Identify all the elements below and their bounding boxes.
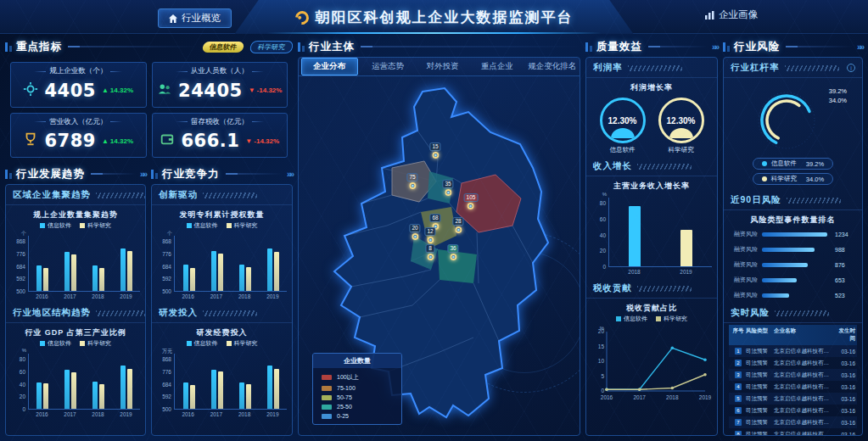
bar xyxy=(246,384,251,409)
row-index: 5 xyxy=(731,395,746,402)
more-arrows[interactable]: »» xyxy=(857,42,863,52)
x-axis-labels: 2016201720182019 xyxy=(174,293,287,299)
leverage-legend-item[interactable]: 科学研究34.0% xyxy=(753,173,833,185)
table-row[interactable]: 3司法预警北京启信卓越科技有限公司03-16 xyxy=(729,369,857,381)
tab-bar: 企业分布运营态势对外投资重点企业规企变化排名 xyxy=(299,58,580,76)
legend-label: 75-100 xyxy=(337,385,356,391)
page-title-text: 朝阳区科创规上企业大数据监测平台 xyxy=(316,8,574,27)
bar xyxy=(64,252,70,291)
legend-label: 科学研究 xyxy=(234,339,258,348)
bar xyxy=(120,248,126,291)
hatch-decoration xyxy=(96,193,146,198)
legend-label: 信息软件 xyxy=(624,315,647,323)
more-arrows[interactable]: »» xyxy=(712,42,718,52)
row-index: 4 xyxy=(731,383,746,390)
risk-bar xyxy=(762,293,789,298)
y-axis: 868776684592500 xyxy=(11,238,28,294)
marker-count-tag: 28 xyxy=(452,217,463,226)
gauge-wave xyxy=(669,128,693,138)
more-arrows[interactable]: »» xyxy=(287,170,293,179)
stat-card[interactable]: 规上企业数（个）4405▲14.32% xyxy=(10,62,147,108)
legend-item: 信息软件 xyxy=(187,221,218,230)
map-marker[interactable]: 12 xyxy=(424,227,435,243)
company-name-cell: 北京启信卓越科技有限公司 xyxy=(774,419,834,427)
wallet-icon xyxy=(160,131,175,150)
nav-industry-overview[interactable]: 行业概览 xyxy=(158,8,232,28)
tab-3[interactable]: 对外投资 xyxy=(415,59,470,75)
map-marker[interactable]: 75 xyxy=(406,173,417,189)
map-marker[interactable]: 15 xyxy=(429,142,440,159)
bar-group xyxy=(64,354,76,409)
legend-swatch xyxy=(322,405,332,410)
bar xyxy=(127,369,132,409)
table-row[interactable]: 5司法预警北京启信卓越科技有限公司03-16 xyxy=(729,393,857,405)
risk-card: 行业杠杆率 i 39.2%34.0% 信息软件39.2%科学研究34.0% 近9… xyxy=(723,57,863,436)
table-row[interactable]: 6司法预警北京启信卓越科技有限公司03-16 xyxy=(729,405,857,416)
stat-delta: ▼-14.32% xyxy=(245,137,279,145)
risk-type-cell: 司法预警 xyxy=(746,360,774,367)
chart-title: 发明专利累计授权数量 xyxy=(157,209,287,220)
table-row[interactable]: 8司法预警北京启信卓越科技有限公司03-16 xyxy=(729,428,857,436)
y-axis-unit: % xyxy=(11,348,26,353)
table-row[interactable]: 1司法预警北京启信卓越科技有限公司03-16 xyxy=(729,345,857,357)
filter-sci-research[interactable]: 科学研究 xyxy=(249,41,294,53)
risk-bar-track xyxy=(762,278,831,282)
bar-group xyxy=(183,354,195,409)
leverage-legend-item[interactable]: 信息软件39.2% xyxy=(753,158,833,170)
legend-swatch xyxy=(322,395,332,400)
panel-industry-entities: 行业主体 企业分布运营态势对外投资重点企业规企变化排名 xyxy=(298,39,580,436)
table-row[interactable]: 4司法预警北京启信卓越科技有限公司03-16 xyxy=(729,381,857,393)
stat-card[interactable]: 营业收入（亿元）6789▲14.32% xyxy=(10,113,147,159)
hatch-decoration xyxy=(203,193,257,198)
map-marker[interactable]: 20 xyxy=(409,224,420,240)
more-arrows[interactable]: »» xyxy=(140,170,146,179)
y-tick-label: 40 xyxy=(20,382,25,388)
table-row[interactable]: 7司法预警北京启信卓越科技有限公司03-16 xyxy=(729,416,857,428)
map-marker[interactable]: 8 xyxy=(426,244,435,260)
row-index: 1 xyxy=(731,348,746,354)
legend-swatch xyxy=(656,316,661,321)
tab-5[interactable]: 规企变化排名 xyxy=(524,59,580,75)
section-header: 区域企业集聚趋势 xyxy=(6,185,145,205)
y-tick-label: 776 xyxy=(162,251,171,257)
y-tick-label: 0 xyxy=(22,406,25,412)
stat-card[interactable]: 从业人员数（人）24405▼-14.32% xyxy=(152,62,288,108)
y-tick-label: 684 xyxy=(162,264,171,270)
x-tick-label: 2017 xyxy=(210,411,222,417)
chart-body: %806040200 xyxy=(11,354,140,410)
map-legend-item: 50-75 xyxy=(313,393,401,402)
filter-info-software[interactable]: 信息软件 xyxy=(202,42,244,53)
legend-item: 科学研究 xyxy=(227,221,258,230)
leverage-donut: 39.2%34.0% xyxy=(724,78,862,156)
section-heading: 收入增长 xyxy=(593,160,632,172)
x-tick-label: 2019 xyxy=(266,293,278,299)
tab-4[interactable]: 重点企业 xyxy=(470,59,525,75)
map-marker[interactable]: 36 xyxy=(447,244,458,260)
company-name-cell: 北京启信卓越科技有限公司 xyxy=(774,431,834,437)
row-index: 8 xyxy=(731,431,746,436)
legend-label: 科学研究 xyxy=(87,339,111,348)
x-tick-label: 2016 xyxy=(182,293,193,299)
risk-type-cell: 司法预警 xyxy=(746,383,774,391)
app-header: 行业概览 朝阳区科创规上企业大数据监测平台 企业画像 xyxy=(0,0,868,34)
stat-card[interactable]: 留存税收（亿元）666.1▼-14.32% xyxy=(152,113,288,159)
table-row[interactable]: 2司法预警北京启信卓越科技有限公司03-16 xyxy=(729,357,857,369)
x-axis-labels: 2016201720182019 xyxy=(174,411,287,417)
legend-swatch xyxy=(227,341,232,346)
quality-card: 利润率 利润增长率 12.30%信息软件12.30%科学研究 收入增长 主营业务… xyxy=(585,57,718,436)
section-heading: 创新驱动 xyxy=(159,189,198,201)
bar xyxy=(127,251,132,291)
y-tick-label: 40 xyxy=(600,232,606,238)
date-cell: 03-16 xyxy=(834,408,855,414)
map-marker[interactable]: 28 xyxy=(452,217,463,233)
hatch-decoration xyxy=(203,310,257,316)
tab-2[interactable]: 运营态势 xyxy=(361,59,416,75)
map-marker[interactable]: 35 xyxy=(442,180,453,196)
info-icon[interactable]: i xyxy=(847,64,855,72)
bar xyxy=(71,254,76,291)
map-marker[interactable]: 105 xyxy=(464,193,479,209)
tab-1[interactable]: 企业分布 xyxy=(301,58,358,75)
stat-label: 留存税收（亿元） xyxy=(176,117,264,127)
nav-enterprise-portrait[interactable]: 企业画像 xyxy=(705,8,758,21)
page-title: 朝阳区科创规上企业大数据监测平台 xyxy=(295,8,574,27)
